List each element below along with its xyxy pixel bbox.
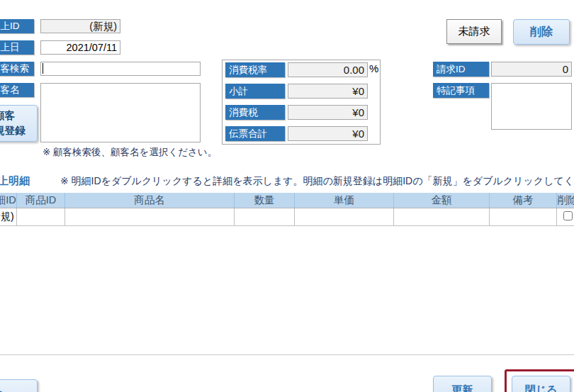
customer-search-label: 顧客検索 — [0, 62, 34, 76]
row-delete-checkbox[interactable] — [563, 211, 573, 220]
customer-note: ※ 顧客検索後、顧客名を選択ください。 — [43, 146, 217, 159]
customer-search-input[interactable] — [40, 62, 201, 76]
delete-button[interactable]: 削除 — [513, 19, 570, 45]
total-label: 伝票合計 — [225, 126, 285, 141]
close-button-highlight — [505, 369, 574, 392]
col-header-unit-price: 単価 — [295, 193, 394, 208]
col-header-meisai-id: 明細ID — [0, 193, 17, 208]
sales-date-label: 売上日 — [0, 40, 34, 55]
special-notes-textarea[interactable] — [491, 83, 572, 130]
customer-name-label: 顧客名 — [0, 83, 34, 97]
update-button[interactable]: 更新 — [433, 376, 492, 392]
col-header-product-id: 商品ID — [17, 193, 65, 208]
unbilled-button[interactable]: 未請求 — [446, 19, 502, 44]
total-field: ¥0 — [288, 126, 368, 141]
footer-divider — [0, 354, 574, 355]
cell-unit-price[interactable] — [295, 208, 394, 226]
detail-section-title: 売上明細 — [0, 174, 30, 188]
subtotal-label: 小計 — [225, 84, 285, 99]
cell-product-name[interactable] — [65, 208, 235, 226]
tax-rate-suffix: % — [369, 62, 378, 74]
detail-section-note: ※ 明細IDをダブルクリックすると詳細を表示します。明細の新規登録は明細IDの「… — [60, 175, 574, 188]
customer-name-listbox[interactable] — [40, 83, 201, 142]
col-header-amount: 金額 — [394, 193, 490, 208]
billing-id-field: 0 — [491, 62, 572, 77]
col-header-product-name: 商品名 — [65, 193, 235, 208]
tax-field: ¥0 — [288, 105, 368, 120]
cell-remarks[interactable] — [490, 208, 557, 226]
sales-date-field[interactable]: 2021/07/11 — [40, 40, 120, 55]
col-header-delete: 削除 — [557, 193, 574, 208]
billing-id-label: 請求ID — [433, 62, 489, 77]
col-header-remarks: 備考 — [490, 193, 557, 208]
new-customer-button-label: 顧客 新規登録 — [0, 108, 26, 138]
cell-quantity[interactable] — [235, 208, 295, 226]
detail-table: 明細ID 商品ID 商品名 数量 単価 金額 備考 削除 (新規) — [0, 193, 574, 226]
col-header-quantity: 数量 — [235, 193, 295, 208]
cell-product-id[interactable] — [17, 208, 65, 226]
tax-rate-label: 消費税率 — [225, 62, 285, 77]
cell-delete — [557, 208, 574, 226]
new-customer-button[interactable]: 顧客 新規登録 — [0, 105, 38, 142]
next-button[interactable]: 次へ — [0, 379, 38, 392]
sales-entry-form: { "form": { "sales_id": { "label": "売上ID… — [0, 0, 574, 392]
cell-amount[interactable] — [394, 208, 490, 226]
detail-header-row: 明細ID 商品ID 商品名 数量 単価 金額 備考 削除 — [0, 193, 574, 208]
text-caret — [43, 63, 43, 74]
sales-id-label: 売上ID — [0, 19, 34, 33]
special-notes-label: 特記事項 — [433, 83, 489, 98]
detail-row-new: (新規) — [0, 208, 574, 226]
sales-id-field: (新規) — [40, 19, 120, 33]
subtotal-field: ¥0 — [288, 84, 368, 99]
cell-meisai-id[interactable]: (新規) — [0, 208, 17, 226]
tax-label: 消費税 — [225, 105, 285, 120]
tax-rate-field: 0.00 — [288, 62, 368, 77]
